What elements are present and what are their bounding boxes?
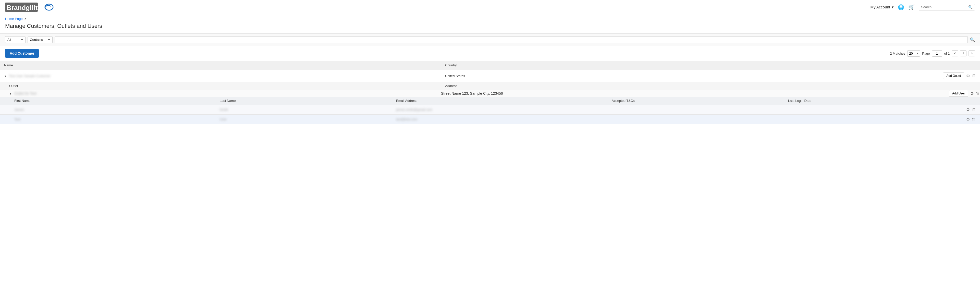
outlet-row-actions: Add User ⚙ 🗑 <box>929 90 980 97</box>
user-firstname: Test <box>14 117 21 121</box>
col-user-actions-header <box>960 97 980 105</box>
cart-icon[interactable]: 🛒 <box>908 4 915 10</box>
user-last-login-cell <box>784 105 960 115</box>
user-lastname: User <box>220 117 227 121</box>
my-account-label: My Account <box>870 5 890 9</box>
user-last-login-cell <box>784 115 960 124</box>
user-row-actions: ⚙ 🗑 <box>964 117 976 122</box>
outlet-name: Outlet for Test <box>14 91 37 96</box>
svg-text:Brandgility: Brandgility <box>6 4 41 11</box>
add-user-button[interactable]: Add User <box>949 90 968 97</box>
user-row: Test User test@test.com <box>0 115 980 124</box>
customer-row: ▼ Test User Sample Customer United State… <box>0 70 980 82</box>
add-outlet-button[interactable]: Add Outlet <box>943 72 964 79</box>
outlet-address-cell: Street Name 123, Sample City, 123456 <box>441 90 929 97</box>
add-customer-button[interactable]: Add Customer <box>5 49 39 58</box>
user-accepted-tc-cell <box>608 115 784 124</box>
page-label: Page <box>922 51 930 55</box>
customers-table-header: Name Country <box>0 61 980 70</box>
outlet-section-row: Outlet Address ▼ Outlet for Test <box>0 82 980 124</box>
outlet-name-cell: ▼ Outlet for Test <box>0 90 441 97</box>
customer-country: United States <box>445 74 465 78</box>
col-email-header: Email Address <box>392 97 608 105</box>
user-email-cell: test@test.com <box>392 115 608 124</box>
search-input[interactable] <box>921 5 968 9</box>
toolbar-right: 2 Matches 20 50 100 Page of 1 < 1 > <box>890 50 975 57</box>
customer-row-actions: Add Outlet ⚙ 🗑 <box>933 72 976 79</box>
search-box: 🔍 <box>919 4 975 10</box>
user-lastname: Smith <box>220 108 228 112</box>
user-email: test@test.com <box>396 117 417 121</box>
toolbar: Add Customer 2 Matches 20 50 100 Page of… <box>0 46 980 61</box>
user-firstname: James <box>14 108 24 112</box>
logo: Brandgility <box>5 2 54 13</box>
filter-type-select[interactable]: All Name Country <box>5 36 25 43</box>
user-firstname-cell: Test <box>0 115 216 124</box>
per-page-select[interactable]: 20 50 100 <box>907 50 920 57</box>
customer-gear-icon[interactable]: ⚙ <box>966 73 970 78</box>
user-accepted-tc-cell <box>608 105 784 115</box>
customer-actions-cell: Add Outlet ⚙ 🗑 <box>929 70 980 82</box>
customer-name: Test User Sample Customer <box>9 74 51 78</box>
user-email: james.smith@gmail.com <box>396 108 432 112</box>
breadcrumb: Home Page > <box>0 14 980 22</box>
header-nav: My Account ▾ 🌐 🛒 🔍 <box>870 4 975 10</box>
col-country-header: Country <box>441 61 929 70</box>
user-gear-icon[interactable]: ⚙ <box>966 117 970 122</box>
dropdown-arrow-icon: ▾ <box>892 5 894 10</box>
page-of-label: of 1 <box>944 51 950 55</box>
user-section-row: First Name Last Name Email Address Accep… <box>0 97 980 124</box>
breadcrumb-separator: > <box>24 17 27 21</box>
svg-point-2 <box>45 4 53 10</box>
logo-svg: Brandgility <box>5 2 54 13</box>
page-title: Manage Customers, Outlets and Users <box>0 22 980 34</box>
globe-icon[interactable]: 🌐 <box>898 4 904 10</box>
customers-table: Name Country ▼ Test User Sample Customer… <box>0 61 980 124</box>
filter-search-button[interactable]: 🔍 <box>970 37 975 42</box>
outlet-address: Street Name 123, Sample City, 123456 <box>441 91 503 96</box>
user-actions-cell: ⚙ 🗑 <box>960 105 980 115</box>
filter-bar: All Name Country Contains Equals Starts … <box>0 34 980 46</box>
col-outlet-actions-header <box>929 82 980 90</box>
col-address-header: Address <box>441 82 929 90</box>
filter-condition-select[interactable]: Contains Equals Starts With <box>27 36 52 43</box>
col-lastname-header: Last Name <box>216 97 392 105</box>
user-lastname-cell: Smith <box>216 105 392 115</box>
customer-name-cell: ▼ Test User Sample Customer <box>0 70 441 82</box>
user-row: James Smith james.smith@gmail.com <box>0 105 980 115</box>
header: Brandgility My Account ▾ 🌐 🛒 🔍 <box>0 0 980 14</box>
col-actions-header <box>929 61 980 70</box>
col-firstname-header: First Name <box>0 97 216 105</box>
outlet-actions-cell: Add User ⚙ 🗑 <box>929 90 980 97</box>
outlet-table-header: Outlet Address <box>0 82 980 90</box>
search-button[interactable]: 🔍 <box>968 5 973 9</box>
user-table-header: First Name Last Name Email Address Accep… <box>0 97 980 105</box>
expand-icon[interactable]: ▼ <box>4 75 6 78</box>
user-firstname-cell: James <box>0 105 216 115</box>
matches-label: 2 Matches <box>890 51 905 55</box>
col-outlet-header: Outlet <box>0 82 441 90</box>
breadcrumb-home[interactable]: Home Page <box>5 17 23 21</box>
outlet-gear-icon[interactable]: ⚙ <box>970 91 974 96</box>
user-table: First Name Last Name Email Address Accep… <box>0 97 980 124</box>
filter-value-input[interactable] <box>55 36 968 43</box>
user-lastname-cell: User <box>216 115 392 124</box>
prev-page-button[interactable]: < <box>952 50 958 56</box>
outlet-row: ▼ Outlet for Test Street Name 123, Sampl… <box>0 90 980 97</box>
user-gear-icon[interactable]: ⚙ <box>966 107 970 112</box>
page-number-input[interactable] <box>932 50 942 57</box>
outlet-expand-icon[interactable]: ▼ <box>9 93 12 95</box>
outlet-table: Outlet Address ▼ Outlet for Test <box>0 82 980 124</box>
col-name-header: Name <box>0 61 441 70</box>
outlet-trash-icon[interactable]: 🗑 <box>976 91 980 96</box>
next-page-button[interactable]: > <box>969 50 975 56</box>
customer-trash-icon[interactable]: 🗑 <box>972 73 976 78</box>
user-trash-icon[interactable]: 🗑 <box>972 107 976 112</box>
user-trash-icon[interactable]: 🗑 <box>972 117 976 122</box>
user-row-actions: ⚙ 🗑 <box>964 107 976 112</box>
user-email-cell: james.smith@gmail.com <box>392 105 608 115</box>
user-actions-cell: ⚙ 🗑 <box>960 115 980 124</box>
col-last-login-header: Last Login Date <box>784 97 960 105</box>
my-account-button[interactable]: My Account ▾ <box>870 5 894 10</box>
page-1-button[interactable]: 1 <box>960 50 966 56</box>
